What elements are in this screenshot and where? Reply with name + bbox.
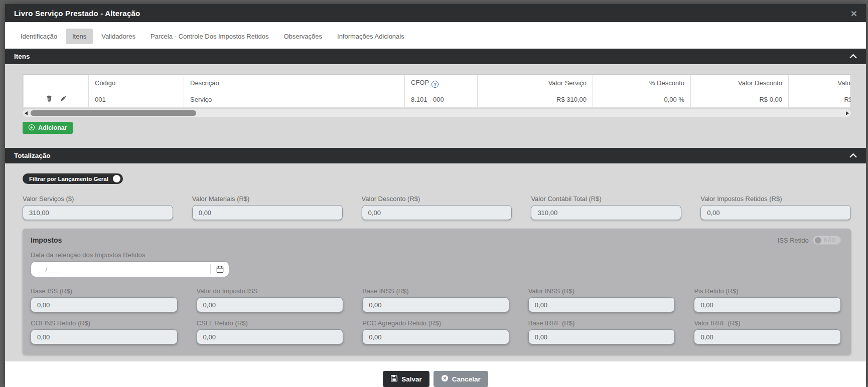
col-valor-servico: Valor Serviço: [478, 75, 593, 91]
field-label: Valor INSS (R$): [528, 287, 675, 295]
col-descricao: Descrição: [184, 75, 405, 91]
save-label: Salvar: [401, 375, 422, 383]
col-codigo: Código: [89, 75, 184, 91]
iss-retido-toggle[interactable]: NÃO: [813, 236, 841, 245]
cancel-button[interactable]: Cancelar: [433, 371, 488, 387]
horizontal-scrollbar[interactable]: [23, 109, 851, 117]
info-icon[interactable]: ?: [431, 81, 439, 88]
tab-validadores[interactable]: Validadores: [95, 29, 142, 44]
valor-inss-input[interactable]: [528, 297, 675, 312]
chevron-up-icon: [849, 152, 857, 159]
pis-retido-input[interactable]: [694, 297, 841, 312]
filter-lancamento-toggle[interactable]: Filtrar por Lançamento Geral: [23, 173, 123, 184]
totalizacao-collapse-button[interactable]: [849, 152, 857, 159]
impostos-panel: Impostos ISS Retido NÃO Data da retenção…: [23, 229, 851, 354]
csll-retido-input[interactable]: [197, 329, 344, 344]
tab-identificacao[interactable]: Identificação: [14, 29, 64, 44]
field-base-iss: Base ISS (R$): [31, 287, 178, 312]
tab-informacoes-adicionais[interactable]: Informações Adicionais: [331, 29, 411, 44]
scrollbar-thumb[interactable]: [31, 110, 196, 116]
cell-valor-clipped: R$: [789, 91, 851, 108]
itens-section-title: Itens: [14, 53, 30, 60]
close-icon[interactable]: ×: [851, 8, 857, 19]
plus-circle-icon: [28, 124, 35, 132]
field-valor-desconto: Valor Desconto (R$): [362, 195, 512, 220]
valor-contabil-total-input[interactable]: [531, 205, 681, 220]
iss-toggle-value: NÃO: [824, 237, 836, 243]
field-valor-impostos-retidos: Valor Impostos Retidos (R$): [700, 195, 851, 220]
cell-pct-desconto: 0,00 %: [593, 91, 691, 108]
scroll-left-arrow-icon[interactable]: [23, 109, 30, 117]
field-label: Valor IRRF (R$): [694, 319, 841, 327]
modal-titlebar: Livro Serviço Prestado - Alteração ×: [5, 4, 866, 22]
itens-section-body: Código Descrição CFOP? Valor Serviço % D…: [5, 64, 866, 148]
field-base-inss: Base INSS (R$): [362, 287, 509, 312]
impostos-fields-row1: Base ISS (R$) Valor do Imposto ISS Base …: [31, 287, 841, 312]
valor-irrf-input[interactable]: [694, 329, 841, 344]
save-floppy-icon: [390, 374, 398, 383]
pcc-agregado-retido-input[interactable]: [362, 329, 509, 344]
modal-livro-servico: Livro Serviço Prestado - Alteração × Ide…: [5, 4, 866, 387]
col-cfop: CFOP?: [405, 75, 478, 91]
modal-title: Livro Serviço Prestado - Alteração: [14, 9, 140, 18]
calendar-icon[interactable]: [211, 262, 229, 277]
field-label: Pis Retido (R$): [694, 287, 841, 295]
field-label: Valor Serviços ($): [23, 195, 173, 203]
iss-retido-label: ISS Retido: [778, 237, 809, 244]
valor-servicos-input[interactable]: [23, 205, 173, 220]
impostos-fields-row2: COFINS Retido (R$) CSLL Retido (R$) PCC …: [31, 319, 841, 344]
edit-row-button[interactable]: [60, 95, 67, 104]
tab-itens[interactable]: Itens: [66, 29, 93, 44]
field-valor-inss: Valor INSS (R$): [528, 287, 675, 312]
totalizacao-fields: Valor Serviços ($) Valor Materiais (R$) …: [23, 195, 851, 220]
valor-imposto-iss-input[interactable]: [197, 297, 344, 312]
field-label: Valor Desconto (R$): [362, 195, 512, 203]
tab-parcela-controle-impostos[interactable]: Parcela - Controle Dos Impostos Retidos: [144, 29, 275, 44]
row-actions-cell: [24, 91, 89, 108]
valor-materiais-input[interactable]: [192, 205, 343, 220]
cell-valor-desconto: R$ 0,00: [691, 91, 789, 108]
field-pis-retido: Pis Retido (R$): [694, 287, 841, 312]
totalizacao-section-title: Totalização: [14, 152, 51, 159]
itens-table-viewport: Código Descrição CFOP? Valor Serviço % D…: [23, 74, 851, 108]
add-item-label: Adicionar: [38, 124, 67, 131]
cell-codigo: 001: [89, 91, 184, 108]
col-actions: [24, 75, 89, 91]
valor-impostos-retidos-input[interactable]: [700, 205, 851, 220]
save-button[interactable]: Salvar: [383, 371, 429, 387]
cell-cfop: 8.101 - 000: [405, 91, 478, 108]
field-pcc-agregado-retido: PCC Agregado Retido (R$): [362, 319, 509, 344]
totalizacao-section-header: Totalização: [5, 148, 866, 163]
add-item-button[interactable]: Adicionar: [23, 122, 73, 134]
col-valor-desconto: Valor Desconto: [691, 75, 789, 91]
itens-section-header: Itens: [5, 49, 866, 64]
itens-collapse-button[interactable]: [849, 53, 857, 60]
base-inss-input[interactable]: [362, 297, 509, 312]
valor-desconto-input[interactable]: [362, 205, 512, 220]
field-valor-materiais: Valor Materiais (R$): [192, 195, 343, 220]
field-label: Valor do Imposto ISS: [197, 287, 344, 295]
pencil-icon: [60, 95, 67, 104]
base-irrf-input[interactable]: [528, 329, 675, 344]
field-label: Valor Impostos Retidos (R$): [700, 195, 851, 203]
impostos-title: Impostos: [31, 236, 62, 244]
chevron-up-icon: [849, 53, 857, 60]
cofins-retido-input[interactable]: [31, 329, 178, 344]
field-csll-retido: CSLL Retido (R$): [197, 319, 344, 344]
field-valor-servicos: Valor Serviços ($): [23, 195, 173, 220]
trash-icon: [46, 95, 53, 104]
date-retencao-input[interactable]: [31, 266, 210, 273]
base-iss-input[interactable]: [31, 297, 178, 312]
field-label: COFINS Retido (R$): [31, 319, 178, 327]
field-label: PCC Agregado Retido (R$): [362, 319, 509, 327]
delete-row-button[interactable]: [46, 95, 53, 104]
field-valor-irrf: Valor IRRF (R$): [694, 319, 841, 344]
tab-bar: Identificação Itens Validadores Parcela …: [5, 22, 866, 49]
tab-observacoes[interactable]: Observações: [277, 29, 329, 44]
scroll-right-arrow-icon[interactable]: [844, 109, 851, 117]
cell-descricao: Serviço: [184, 91, 405, 108]
table-row: 001 Serviço 8.101 - 000 R$ 310,00 0,00 %…: [24, 91, 851, 108]
filter-toggle-label: Filtrar por Lançamento Geral: [29, 176, 108, 182]
cell-valor-servico: R$ 310,00: [478, 91, 593, 108]
date-retencao-field: [31, 261, 229, 277]
